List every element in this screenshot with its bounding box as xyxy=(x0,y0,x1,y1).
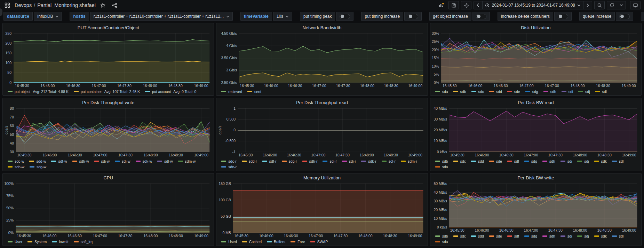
chart-area[interactable]: 2.50 Gb/s3 Gb/s3.50 Gb/s4 Gb/s4.50 Gb/s1… xyxy=(218,31,426,88)
legend-item-sdc[interactable]: sdc xyxy=(453,158,466,164)
legend-item-sdh-w[interactable]: sdh-w xyxy=(72,158,89,164)
chart-canvas[interactable]: 0%25%50%75%100%16:45:3016:46:0016:46:301… xyxy=(4,181,212,239)
panel-title[interactable]: Per Disk Throughput write xyxy=(3,99,214,106)
legend-item-sdi-r[interactable]: sdi-r xyxy=(323,158,336,164)
chart-canvas[interactable]: 05010015020025016:45:3016:46:0016:46:301… xyxy=(4,31,212,88)
legend-item-sdd-w[interactable]: sdd-w xyxy=(29,158,46,164)
legend-item-sdg[interactable]: sdg xyxy=(525,89,538,94)
legend-item-sdf[interactable]: sdf xyxy=(507,233,519,239)
share-icon[interactable] xyxy=(110,1,119,9)
legend-item-sdc[interactable]: sdc xyxy=(471,89,484,94)
legend-item-sdm-r[interactable]: sdm-r xyxy=(401,158,417,164)
legend-item-sda[interactable]: sda xyxy=(435,164,448,170)
legend-item-sdj[interactable]: sdj xyxy=(578,89,590,94)
toggle-increase-delete-containers[interactable] xyxy=(554,12,572,21)
legend-item-sdi[interactable]: sdi xyxy=(560,158,572,164)
save-dashboard-button[interactable] xyxy=(448,1,459,9)
star-icon[interactable] xyxy=(98,1,108,9)
legend-item-cached[interactable]: Cached xyxy=(242,239,262,245)
legend-item-sde[interactable]: sde xyxy=(489,158,502,164)
legend-item-sdl[interactable]: sdl xyxy=(612,158,623,164)
chart-area[interactable]: 05010015020025016:45:3016:46:0016:46:301… xyxy=(4,31,212,88)
toggle-get-object-increase[interactable] xyxy=(472,12,490,21)
dashboard-title[interactable]: Partial_Monitoring shafaei xyxy=(37,2,96,8)
legend-item-sda[interactable]: sda xyxy=(435,239,448,245)
legend-item-sdn-w[interactable]: sdn-w xyxy=(8,164,24,170)
panel-title[interactable]: Per Disk BW read xyxy=(430,99,641,106)
legend-item-user[interactable]: User xyxy=(8,239,22,245)
legend-item-sdc-r[interactable]: sdc-r xyxy=(221,158,236,164)
legend-item-sdk[interactable]: sdk xyxy=(594,158,607,164)
legend-item-sdi[interactable]: sdi xyxy=(560,233,572,239)
chart-canvas[interactable]: 30405060708016:45:3016:46:0016:46:3016:4… xyxy=(4,106,212,158)
legend-item-sde[interactable]: sde xyxy=(489,233,502,239)
legend-item-sdj[interactable]: sdj xyxy=(577,158,589,164)
chart-canvas[interactable]: 0 MB50 GB100 GB150 GB16:45:3016:46:0016:… xyxy=(218,181,426,239)
legend-item-sdn-r[interactable]: sdn-r xyxy=(221,164,237,170)
legend-item-sdd[interactable]: sdd xyxy=(489,89,502,94)
legend-item-used[interactable]: Used xyxy=(221,239,237,245)
legend-item-sdg-r[interactable]: sdg-r xyxy=(282,158,297,164)
chart-canvas[interactable]: 0%5%10%15%20%25%30%16:45:3016:46:0016:46… xyxy=(432,31,640,88)
legend-item-sdf-w[interactable]: sdf-w xyxy=(51,158,67,164)
variable-value-hostls[interactable]: r1z1s1-controller + r1z1s10-controller +… xyxy=(90,12,233,21)
refresh-button[interactable] xyxy=(607,1,617,9)
chart-area[interactable]: 0 kB/s10 MB/s20 MB/s30 MB/s40 MB/s50 MB/… xyxy=(432,181,640,233)
legend-item-sdi[interactable]: sdi xyxy=(562,89,573,94)
legend-item-put-account[interactable]: put accountAvg: 0 Total: 0 xyxy=(145,89,196,94)
legend-item-sdh-r[interactable]: sdh-r xyxy=(302,158,318,164)
legend-item-sdd-r[interactable]: sdd-r xyxy=(242,158,257,164)
legend-item-sdh[interactable]: sdh xyxy=(542,233,555,239)
legend-item-sdl[interactable]: sdl xyxy=(612,233,623,239)
legend-item-sdb[interactable]: sdb xyxy=(435,233,448,239)
legend-item-sdl-w[interactable]: sdl-w xyxy=(157,158,173,164)
panel-title[interactable]: Per Disk BW write xyxy=(430,175,641,181)
panel-title[interactable]: PUT Account/Container/Object xyxy=(3,24,214,31)
zoom-out-button[interactable] xyxy=(594,1,605,9)
legend-item-sdb[interactable]: sdb xyxy=(453,89,466,94)
chart-area[interactable]: 0 kB/s10 MB/s20 MB/s30 MB/s40 MB/s16:45:… xyxy=(432,106,640,158)
legend-item-sdj-r[interactable]: sdj-r xyxy=(342,158,356,164)
legend-item-sdk-r[interactable]: sdk-r xyxy=(361,158,376,164)
folder-name[interactable]: Devops xyxy=(15,2,32,8)
panel-title[interactable]: Network Bandwidth xyxy=(216,24,427,31)
legend-item-free[interactable]: Free xyxy=(291,239,305,245)
panel-title[interactable]: Per Disk Throughput read xyxy=(216,99,427,106)
chart-area[interactable]: 30405060708016:45:3016:46:0016:46:3016:4… xyxy=(4,106,212,158)
legend-item-sdi-w[interactable]: sdi-w xyxy=(94,158,110,164)
refresh-interval-caret-button[interactable] xyxy=(617,1,626,9)
chart-canvas[interactable]: 0 kB/s10 MB/s20 MB/s30 MB/s40 MB/s16:45:… xyxy=(432,106,640,158)
legend-item-sdk[interactable]: sdk xyxy=(594,233,607,239)
toggle-queue-increase[interactable] xyxy=(616,12,633,21)
toggle-put-timing-peak[interactable] xyxy=(336,12,353,21)
legend-item-sdk-w[interactable]: sdk-w xyxy=(136,158,152,164)
legend-item-recieved[interactable]: recieved xyxy=(221,89,242,94)
panel-title[interactable]: Disk Utilization xyxy=(430,24,641,31)
legend-item-sdg[interactable]: sdg xyxy=(524,233,537,239)
legend-item-sdh[interactable]: sdh xyxy=(542,158,555,164)
legend-item-soft-irq[interactable]: soft_irq xyxy=(74,239,93,245)
chart-canvas[interactable]: -1-0.50000.500116:45:3016:46:0016:46:301… xyxy=(218,106,426,158)
chart-area[interactable]: 0%5%10%15%20%25%30%16:45:3016:46:0016:46… xyxy=(432,31,640,88)
variable-value-timevariable[interactable]: 10s xyxy=(273,12,292,21)
chart-area[interactable]: 0 MB50 GB100 GB150 GB16:45:3016:46:0016:… xyxy=(218,181,426,239)
legend-item-sdm-w[interactable]: sdm-w xyxy=(178,158,196,164)
sidemenu-handle[interactable] xyxy=(0,8,2,16)
chart-canvas[interactable]: 0 kB/s10 MB/s20 MB/s30 MB/s40 MB/s50 MB/… xyxy=(432,181,640,233)
panel-title[interactable]: Memory Utilization xyxy=(216,175,427,181)
legend-item-swap[interactable]: SWAP xyxy=(310,239,328,245)
panel-title[interactable]: CPU xyxy=(3,175,214,181)
settings-button[interactable] xyxy=(461,1,471,9)
chart-area[interactable]: 0%25%50%75%100%16:45:3016:46:0016:46:301… xyxy=(4,181,212,239)
legend-item-sda[interactable]: sda xyxy=(435,89,448,94)
legend-item-sde[interactable]: sde xyxy=(507,89,520,94)
legend-item-sdl-r[interactable]: sdl-r xyxy=(382,158,396,164)
legend-item-put-object[interactable]: put objectAvg: 212 Total: 4.88 K xyxy=(8,89,69,94)
variable-value-datasource[interactable]: InfluxDB xyxy=(34,12,62,21)
legend-item-sdd[interactable]: sdd xyxy=(471,158,484,164)
legend-item-put-container[interactable]: put containerAvg: 107 Total: 2.45 K xyxy=(74,89,140,94)
legend-item-buffers[interactable]: Buffers xyxy=(267,239,285,245)
chart-canvas[interactable]: 2.50 Gb/s3 Gb/s3.50 Gb/s4 Gb/s4.50 Gb/s1… xyxy=(218,31,426,88)
legend-item-sdc[interactable]: sdc xyxy=(453,233,466,239)
legend-item-sdf[interactable]: sdf xyxy=(507,158,519,164)
